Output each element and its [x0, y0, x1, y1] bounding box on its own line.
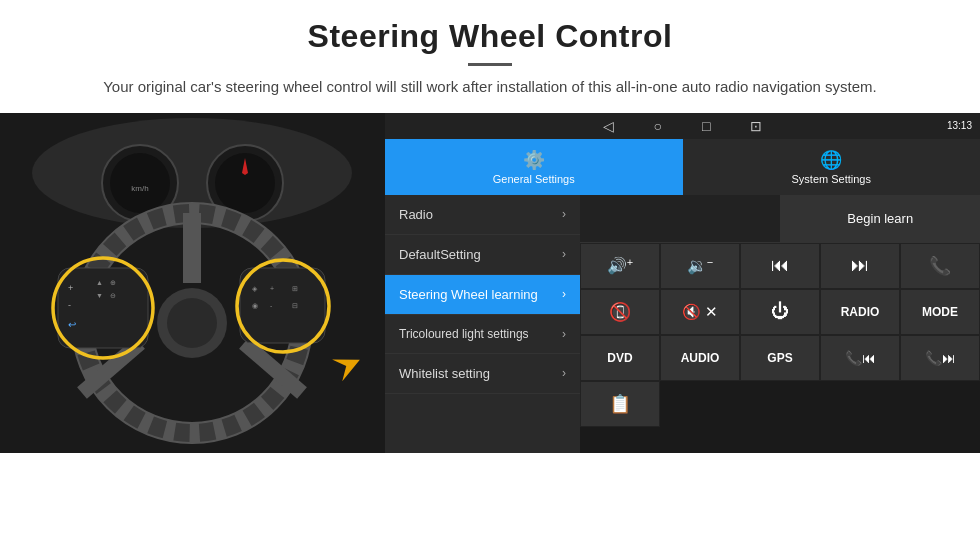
- prev-track-button[interactable]: ⏮: [740, 243, 820, 289]
- mode-button[interactable]: MODE: [900, 289, 980, 335]
- tab-general-label: General Settings: [493, 173, 575, 185]
- menu-item-whitelist[interactable]: Whitelist setting ›: [385, 354, 580, 394]
- vol-down-button[interactable]: 🔉−: [660, 243, 740, 289]
- content-area: km/h + -: [0, 113, 980, 453]
- list-button[interactable]: 📋: [580, 381, 660, 427]
- audio-label: AUDIO: [681, 351, 720, 365]
- svg-text:⊞: ⊞: [292, 285, 298, 292]
- settings-menu: Radio › DefaultSetting › Steering Wheel …: [385, 195, 580, 453]
- system-icon: 🌐: [820, 149, 842, 171]
- mute-button[interactable]: 🔇 ✕: [660, 289, 740, 335]
- tab-general[interactable]: ⚙️ General Settings: [385, 139, 683, 195]
- fwd-skip-button[interactable]: 📞⏭: [900, 335, 980, 381]
- svg-text:⊟: ⊟: [292, 302, 298, 309]
- android-panel: ◁ ○ □ ⊡ 13:13 ⚙️ General Settings 🌐 Syst…: [385, 113, 980, 453]
- gear-icon: ⚙️: [523, 149, 545, 171]
- vol-up-icon: 🔊+: [607, 256, 633, 275]
- chevron-icon-tricolour: ›: [562, 327, 566, 341]
- fwd-skip-icon: 📞⏭: [925, 350, 956, 366]
- vol-up-button[interactable]: 🔊+: [580, 243, 660, 289]
- title-divider: [468, 63, 512, 66]
- menu-default-label: DefaultSetting: [399, 247, 481, 262]
- buttons-grid: Begin learn 🔊+ 🔉− ⏮ ⏭: [580, 195, 980, 453]
- svg-text:↩: ↩: [68, 319, 76, 330]
- svg-text:-: -: [68, 300, 71, 310]
- begin-learn-row: Begin learn: [580, 195, 980, 243]
- menu-item-steering[interactable]: Steering Wheel learning ›: [385, 275, 580, 315]
- svg-rect-14: [58, 268, 148, 348]
- svg-text:+: +: [270, 285, 274, 292]
- chevron-icon-steering: ›: [562, 287, 566, 301]
- next-track-button[interactable]: ⏭: [820, 243, 900, 289]
- page-title: Steering Wheel Control: [40, 18, 940, 55]
- phone-prev-button[interactable]: 📞⏮: [820, 335, 900, 381]
- dvd-button[interactable]: DVD: [580, 335, 660, 381]
- dvd-label: DVD: [607, 351, 632, 365]
- svg-text:⊕: ⊕: [110, 279, 116, 286]
- settings-tabs: ⚙️ General Settings 🌐 System Settings: [385, 139, 980, 195]
- svg-text:◉: ◉: [252, 302, 258, 309]
- steering-wheel-image: km/h + -: [0, 113, 385, 453]
- back-button[interactable]: ◁: [603, 118, 614, 134]
- menu-item-radio[interactable]: Radio ›: [385, 195, 580, 235]
- gps-label: GPS: [767, 351, 792, 365]
- menu-item-tricolour[interactable]: Tricoloured light settings ›: [385, 315, 580, 354]
- next-track-icon: ⏭: [851, 255, 869, 276]
- audio-button[interactable]: AUDIO: [660, 335, 740, 381]
- phone-answer-button[interactable]: 📞: [900, 243, 980, 289]
- chevron-icon-default: ›: [562, 247, 566, 261]
- hang-up-icon: 📵: [609, 301, 631, 323]
- tab-system-label: System Settings: [792, 173, 871, 185]
- nav-bar: ◁ ○ □ ⊡ 13:13: [385, 113, 980, 139]
- chevron-icon-whitelist: ›: [562, 366, 566, 380]
- tab-system[interactable]: 🌐 System Settings: [683, 139, 981, 195]
- mute-icon: 🔇 ✕: [682, 303, 718, 321]
- recent-button[interactable]: □: [702, 118, 710, 134]
- svg-text:⊖: ⊖: [110, 292, 116, 299]
- cast-button[interactable]: ⊡: [750, 118, 762, 134]
- radio-button[interactable]: RADIO: [820, 289, 900, 335]
- top-section: Steering Wheel Control Your original car…: [0, 0, 980, 111]
- power-button[interactable]: ⏻: [740, 289, 820, 335]
- svg-text:▼: ▼: [96, 292, 103, 299]
- chevron-icon-radio: ›: [562, 207, 566, 221]
- menu-item-default[interactable]: DefaultSetting ›: [385, 235, 580, 275]
- status-time: 13:13: [947, 120, 972, 131]
- list-icon: 📋: [609, 393, 631, 415]
- vol-down-icon: 🔉−: [687, 256, 713, 275]
- phone-answer-icon: 📞: [929, 255, 951, 277]
- control-grid: 🔊+ 🔉− ⏮ ⏭ 📞 📵: [580, 243, 980, 427]
- svg-text:+: +: [68, 283, 73, 293]
- svg-point-3: [110, 153, 170, 213]
- menu-steering-label: Steering Wheel learning: [399, 287, 538, 302]
- home-button[interactable]: ○: [654, 118, 662, 134]
- prev-track-icon: ⏮: [771, 255, 789, 276]
- menu-whitelist-label: Whitelist setting: [399, 366, 490, 381]
- svg-text:km/h: km/h: [131, 184, 148, 193]
- radio-label: RADIO: [841, 305, 880, 319]
- power-icon: ⏻: [771, 301, 789, 322]
- hang-up-button[interactable]: 📵: [580, 289, 660, 335]
- begin-learn-button[interactable]: Begin learn: [781, 195, 981, 242]
- phone-prev-icon: 📞⏮: [845, 350, 876, 366]
- svg-text:▲: ▲: [96, 279, 103, 286]
- gps-button[interactable]: GPS: [740, 335, 820, 381]
- settings-content: Radio › DefaultSetting › Steering Wheel …: [385, 195, 980, 453]
- empty-cell: [580, 195, 781, 242]
- menu-tricolour-label: Tricoloured light settings: [399, 327, 529, 341]
- svg-point-13: [167, 298, 217, 348]
- menu-radio-label: Radio: [399, 207, 433, 222]
- subtitle: Your original car's steering wheel contr…: [40, 76, 940, 99]
- mode-label: MODE: [922, 305, 958, 319]
